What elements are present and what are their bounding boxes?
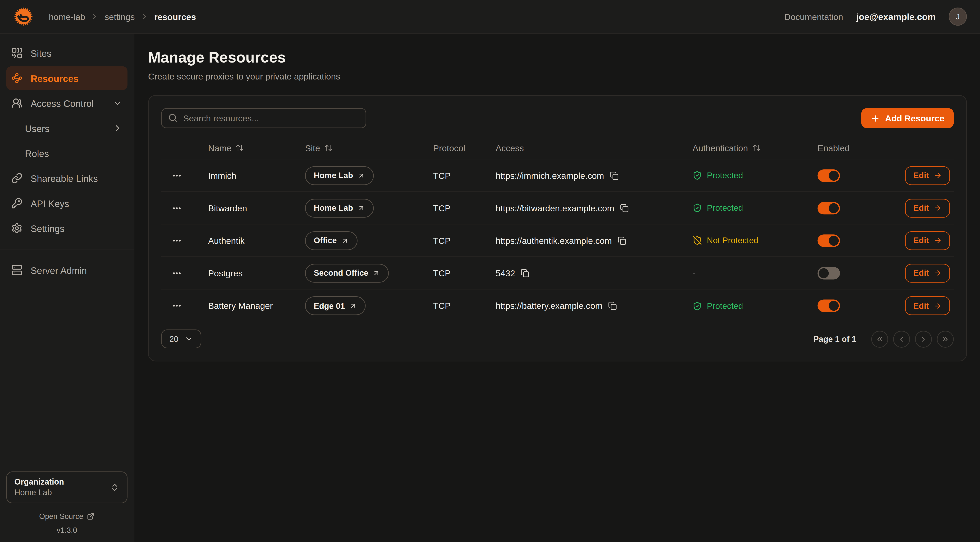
column-header-enabled: Enabled (818, 143, 905, 153)
copy-button[interactable] (620, 204, 628, 212)
breadcrumb-settings[interactable]: settings (105, 12, 135, 22)
organization-selector[interactable]: Organization Home Lab (6, 471, 128, 503)
row-actions-button[interactable] (161, 236, 192, 245)
site-link[interactable]: Home Lab (305, 166, 374, 185)
sort-icon (752, 144, 760, 152)
protocol-label: TCP (433, 268, 496, 278)
edit-cell: Edit (905, 166, 959, 185)
resource-name: Bitwarden (192, 203, 305, 213)
sidebar-item-shareable-links[interactable]: Shareable Links (6, 166, 128, 190)
edit-button-label: Edit (913, 171, 929, 180)
edit-button[interactable]: Edit (905, 198, 950, 217)
site-link[interactable]: Home Lab (305, 198, 374, 217)
resource-name: Battery Manager (192, 301, 305, 311)
breadcrumb-resources[interactable]: resources (154, 12, 196, 22)
enabled-cell (818, 169, 905, 182)
sidebar-item-sites[interactable]: Sites (6, 41, 128, 65)
page-subtitle: Create secure proxies to your private ap… (148, 71, 967, 81)
edit-button-label: Edit (913, 203, 929, 212)
sidebar-item-resources[interactable]: Resources (6, 66, 128, 90)
row-actions-button[interactable] (161, 268, 192, 278)
sort-icon (325, 144, 332, 152)
organization-label: Organization (14, 477, 110, 488)
auth-status-label: Protected (707, 203, 743, 212)
previous-page-button[interactable] (893, 330, 910, 348)
row-actions-button[interactable] (161, 301, 192, 311)
column-header-label: Site (305, 143, 320, 153)
site-link[interactable]: Edge 01 (305, 297, 366, 315)
sidebar-item-api-keys[interactable]: API Keys (6, 191, 128, 215)
open-source-link[interactable]: Open Source (6, 512, 128, 521)
table-row: PostgresSecond OfficeTCP5432-Edit (161, 257, 954, 289)
protocol-label: TCP (433, 236, 496, 245)
edit-cell: Edit (905, 198, 959, 217)
sites-icon (11, 48, 22, 59)
pagination: 20 Page 1 of 1 (161, 330, 954, 348)
arrow-right-icon (934, 302, 942, 310)
site-link[interactable]: Office (305, 231, 358, 250)
table-body: ImmichHome LabTCPhttps://immich.example.… (161, 159, 954, 322)
auth-status-label: - (692, 268, 695, 278)
enabled-toggle[interactable] (818, 202, 840, 214)
copy-button[interactable] (521, 269, 530, 277)
search-input[interactable] (161, 108, 366, 128)
user-email[interactable]: joe@example.com (856, 12, 935, 22)
sidebar-item-users[interactable]: Users (6, 116, 128, 140)
edit-button[interactable]: Edit (905, 263, 950, 282)
site-label: Home Lab (314, 203, 353, 212)
row-actions-button[interactable] (161, 203, 192, 213)
enabled-cell (818, 300, 905, 312)
edit-button[interactable]: Edit (905, 231, 950, 250)
chevron-down-icon (185, 335, 194, 343)
sidebar-item-label: API Keys (31, 198, 69, 209)
arrow-right-icon (934, 171, 942, 179)
column-header-authentication[interactable]: Authentication (692, 143, 818, 153)
sidebar-item-roles[interactable]: Roles (6, 141, 128, 165)
breadcrumb-org[interactable]: home-lab (49, 12, 85, 22)
toggle-knob (829, 171, 839, 180)
enabled-toggle[interactable] (818, 169, 840, 182)
sidebar-item-label: Settings (31, 223, 65, 234)
table-row: AuthentikOfficeTCPhttps://authentik.exam… (161, 225, 954, 257)
shield-check-icon (692, 171, 702, 180)
protocol-label: TCP (433, 203, 496, 213)
settings-icon (11, 223, 22, 234)
auth-status-label: Protected (707, 171, 743, 180)
site-link[interactable]: Second Office (305, 263, 389, 282)
edit-button[interactable]: Edit (905, 297, 950, 315)
arrow-right-icon (934, 236, 942, 244)
arrow-up-right-icon (341, 237, 349, 244)
add-resource-button[interactable]: Add Resource (861, 108, 954, 128)
shield-off-icon (692, 236, 702, 245)
copy-button[interactable] (617, 236, 626, 245)
copy-button[interactable] (609, 171, 619, 180)
edit-button-label: Edit (913, 268, 929, 277)
page-size-select[interactable]: 20 (161, 330, 201, 348)
auth-status: Protected (692, 171, 818, 180)
site-cell: Home Lab (305, 198, 433, 217)
column-header-label: Protocol (433, 143, 465, 153)
column-header-name[interactable]: Name (192, 143, 305, 153)
arrow-up-right-icon (357, 172, 365, 179)
table-row: BitwardenHome LabTCPhttps://bitwarden.ex… (161, 192, 954, 225)
enabled-toggle[interactable] (818, 300, 840, 312)
sidebar-item-server-admin[interactable]: Server Admin (6, 258, 128, 282)
avatar[interactable]: J (949, 8, 967, 26)
enabled-toggle[interactable] (818, 267, 840, 279)
enabled-toggle[interactable] (818, 234, 840, 247)
row-actions-button[interactable] (161, 171, 192, 180)
column-header-site[interactable]: Site (305, 143, 433, 153)
chevron-left-icon (897, 335, 906, 343)
copy-button[interactable] (608, 301, 617, 310)
next-page-button[interactable] (915, 330, 932, 348)
pangolin-logo-icon[interactable] (13, 6, 34, 27)
site-label: Edge 01 (314, 301, 345, 311)
sidebar-item-settings[interactable]: Settings (6, 217, 128, 240)
documentation-link[interactable]: Documentation (784, 12, 843, 22)
first-page-button[interactable] (871, 330, 888, 348)
access-url: https://immich.example.com (496, 171, 604, 180)
open-source-label: Open Source (39, 512, 83, 521)
last-page-button[interactable] (937, 330, 954, 348)
edit-button[interactable]: Edit (905, 166, 950, 185)
sidebar-item-access-control[interactable]: Access Control (6, 91, 128, 115)
